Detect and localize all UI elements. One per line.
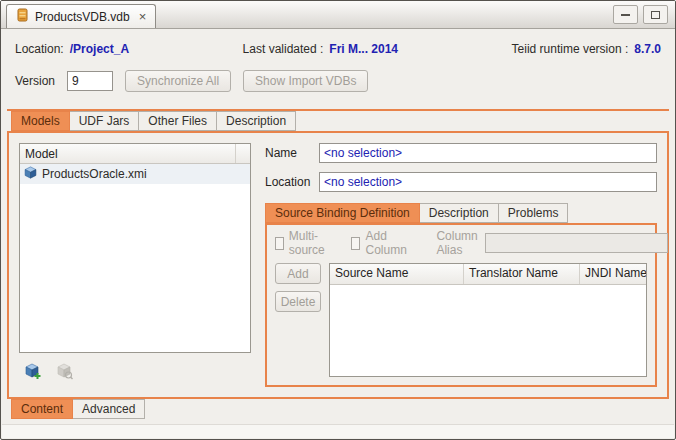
delete-source-button[interactable]: Delete (275, 291, 321, 312)
close-icon[interactable]: × (139, 10, 147, 23)
tab-content[interactable]: Content (11, 399, 73, 419)
model-location-label: Location (265, 175, 319, 189)
tab-description[interactable]: Description (217, 111, 296, 131)
version-input[interactable] (67, 71, 113, 91)
column-alias-input[interactable] (485, 233, 668, 253)
synchronize-model-icon[interactable] (55, 362, 73, 380)
version-row: Version Synchronize All Show Import VDBs (15, 69, 368, 93)
binding-options-row: Multi-source Add Column Column Alias (275, 233, 647, 253)
minimize-button[interactable] (613, 5, 638, 24)
sources-table-body[interactable] (330, 285, 646, 376)
name-input[interactable] (319, 143, 657, 163)
binding-main-area: Add Delete Source Name Translator Name J… (275, 263, 647, 377)
window-controls (613, 5, 668, 24)
source-name-column-header: Source Name (330, 264, 464, 284)
model-name: ProductsOracle.xmi (42, 167, 147, 181)
vdb-info-row: Location: /Project_A Last validated : Fr… (15, 41, 661, 57)
editor-tab-productsvdb[interactable]: ProductsVDB.vdb × (6, 4, 156, 28)
column-alias-label: Column Alias (436, 229, 477, 257)
runtime-version-value: 8.7.0 (634, 42, 661, 56)
show-import-vdbs-button[interactable]: Show Import VDBs (243, 70, 368, 92)
binding-buttons: Add Delete (275, 263, 321, 377)
tab-problems[interactable]: Problems (499, 203, 569, 223)
tab-advanced[interactable]: Advanced (73, 399, 145, 419)
model-location-input[interactable] (319, 172, 657, 192)
location-label: Location: (15, 42, 64, 56)
maximize-button[interactable] (643, 5, 668, 24)
add-column-checkbox[interactable] (351, 237, 360, 250)
models-list-panel: Model ProductsOracle.xmi (19, 143, 251, 387)
add-source-button[interactable]: Add (275, 263, 321, 284)
source-binding-panel: Multi-source Add Column Column Alias Add (265, 223, 657, 387)
vdb-editor-window: ProductsVDB.vdb × Location: /Project_A L… (0, 0, 676, 440)
models-toolbar (19, 362, 251, 380)
bottom-scroll-strip[interactable] (2, 424, 674, 438)
last-validated-value: Fri M... 2014 (329, 42, 398, 56)
model-details-panel: Name Location Source Binding Definition … (265, 143, 657, 387)
tab-detail-description[interactable]: Description (420, 203, 499, 223)
models-table: Model ProductsOracle.xmi (19, 143, 251, 353)
maximize-icon (651, 11, 660, 19)
detail-tab-strip: Source Binding Definition Description Pr… (265, 203, 657, 223)
translator-name-column-header: Translator Name (464, 264, 580, 284)
location-value: /Project_A (70, 42, 129, 56)
vdb-file-icon (16, 8, 29, 25)
synchronize-all-button[interactable]: Synchronize All (125, 70, 231, 92)
editor-tab-title: ProductsVDB.vdb (35, 10, 130, 24)
sources-table: Source Name Translator Name JNDI Name (329, 263, 647, 377)
minimize-icon (621, 14, 630, 16)
runtime-version-label: Teiid runtime version : (512, 42, 629, 56)
model-row[interactable]: ProductsOracle.xmi (20, 164, 250, 184)
multi-source-label: Multi-source (289, 229, 329, 257)
sources-table-header: Source Name Translator Name JNDI Name (330, 264, 646, 285)
models-tab-content: Model ProductsOracle.xmi (7, 131, 669, 399)
models-table-header: Model (20, 144, 250, 164)
name-label: Name (265, 146, 319, 160)
tab-other-files[interactable]: Other Files (139, 111, 217, 131)
tab-source-binding-definition[interactable]: Source Binding Definition (265, 203, 420, 223)
jndi-name-column-header: JNDI Name (580, 264, 646, 284)
add-column-label: Add Column (365, 229, 410, 257)
bottom-tab-strip: Content Advanced (11, 399, 145, 419)
last-validated-label: Last validated : (243, 42, 324, 56)
tab-udf-jars[interactable]: UDF Jars (70, 111, 140, 131)
model-icon (24, 166, 37, 182)
add-model-icon[interactable] (23, 362, 41, 380)
main-tab-strip: Models UDF Jars Other Files Description (11, 111, 296, 131)
multi-source-checkbox[interactable] (275, 237, 284, 250)
tab-models[interactable]: Models (11, 111, 70, 131)
editor-tab-bar: ProductsVDB.vdb × (1, 1, 675, 29)
version-label: Version (15, 74, 55, 88)
